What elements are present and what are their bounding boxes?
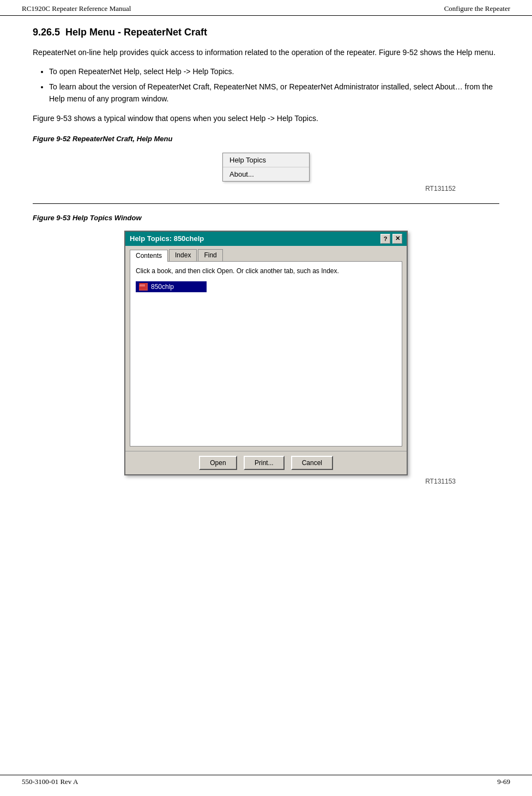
help-menu-item-about: About... [223,167,309,181]
help-menu-item-helptopics: Help Topics [223,153,309,167]
help-window-titlebar: Help Topics: 850chelp ? ✕ [125,232,407,246]
body-para2: Figure 9-53 shows a typical window that … [33,113,499,125]
help-menu-dropdown: Help Topics About... [222,153,310,182]
titlebar-buttons: ? ✕ [380,234,402,244]
tab-index[interactable]: Index [169,249,197,261]
help-window-body: Click a book, and then click Open. Or cl… [130,261,402,447]
fig53-illustration: Help Topics: 850chelp ? ✕ Contents Index… [33,231,499,475]
book-icon [139,283,148,291]
book-label: 850chlp [151,283,174,291]
help-window-tabs: Contents Index Find [125,246,407,261]
fig52-illustration: Help Topics About... [33,153,499,182]
header-right: Configure the Repeater [444,4,510,13]
header-left: RC1920C Repeater Reference Manual [22,4,131,13]
fig53-caption: Figure 9-53 Help Topics Window [33,214,499,222]
fig53-caption-text: Help Topics Window [72,214,142,222]
tab-find[interactable]: Find [198,249,222,261]
bullet-item-1: To open RepeaterNet Help, select Help ->… [49,65,499,77]
help-window-title: Help Topics: 850chelp [130,234,204,243]
cancel-button[interactable]: Cancel [291,456,333,470]
help-hint-text: Click a book, and then click Open. Or cl… [136,267,396,275]
section-heading: 9.26.5 Help Menu - RepeaterNet Craft [33,27,499,38]
help-titlebar-btn[interactable]: ? [380,234,390,244]
fig52-caption: Figure 9-52 RepeaterNet Craft, Help Menu [33,135,499,143]
print-button[interactable]: Print... [244,456,285,470]
fig53-id: RT131153 [33,478,456,485]
section-number: 9.26.5 [33,27,60,38]
svg-rect-3 [140,286,145,286]
fig52-caption-text: RepeaterNet Craft, Help Menu [72,135,172,143]
svg-rect-2 [140,285,145,285]
book-item[interactable]: 850chlp [136,281,207,292]
tab-contents[interactable]: Contents [130,250,168,262]
fig-separator [33,203,499,204]
body-para1: RepeaterNet on-line help provides quick … [33,47,499,59]
section-title: Help Menu - RepeaterNet Craft [65,27,207,38]
page-header: RC1920C Repeater Reference Manual Config… [0,0,532,16]
footer-left: 550-3100-01 Rev A [22,777,78,786]
fig53-caption-bold: Figure 9-53 [33,214,70,222]
help-topics-window: Help Topics: 850chelp ? ✕ Contents Index… [124,231,408,475]
page-footer: 550-3100-01 Rev A 9-69 [0,775,532,791]
close-titlebar-btn[interactable]: ✕ [392,234,402,244]
bullet-item-2: To learn about the version of RepeaterNe… [49,81,499,105]
help-window-footer: Open Print... Cancel [125,451,407,474]
bullet-list: To open RepeaterNet Help, select Help ->… [49,65,499,105]
open-button[interactable]: Open [199,456,237,470]
fig52-caption-bold: Figure 9-52 [33,135,70,143]
fig52-id: RT131152 [33,185,456,192]
footer-right: 9-69 [497,777,510,786]
main-content: 9.26.5 Help Menu - RepeaterNet Craft Rep… [0,16,532,518]
